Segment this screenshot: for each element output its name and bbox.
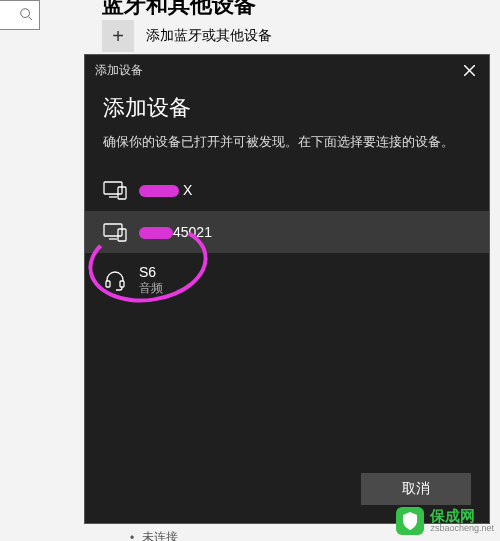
device-subtitle: 音频: [139, 281, 163, 297]
headset-icon: [103, 269, 127, 291]
device-item-0[interactable]: X: [85, 169, 489, 211]
device-name: X: [139, 181, 192, 199]
shield-icon: [396, 507, 424, 535]
dialog-subtext: 确保你的设备已打开并可被发现。在下面选择要连接的设备。: [103, 133, 471, 151]
page-title: 蓝牙和其他设备: [102, 0, 256, 20]
dialog-titlebar: 添加设备: [85, 55, 489, 85]
device-list: X 45021 S6: [85, 169, 489, 307]
watermark: 保成网 zsbaocheng.net: [396, 507, 494, 535]
watermark-url: zsbaocheng.net: [430, 524, 494, 534]
svg-rect-10: [106, 281, 110, 287]
device-item-2[interactable]: S6 音频: [85, 253, 489, 307]
redacted-text: [139, 227, 173, 239]
status-text: 未连接: [142, 529, 178, 541]
cancel-button[interactable]: 取消: [361, 473, 471, 505]
dialog-titlebar-text: 添加设备: [95, 62, 143, 79]
search-input[interactable]: [0, 0, 40, 30]
device-name: S6: [139, 263, 163, 281]
device-status: • 未连接: [130, 529, 178, 541]
display-icon: [103, 179, 127, 201]
display-icon: [103, 221, 127, 243]
svg-line-1: [29, 16, 33, 20]
watermark-brand: 保成网: [430, 508, 494, 525]
plus-icon: +: [102, 20, 134, 52]
svg-point-0: [21, 8, 30, 17]
svg-rect-7: [104, 224, 122, 236]
svg-rect-11: [120, 281, 124, 287]
device-name: 45021: [139, 223, 212, 241]
dialog-heading: 添加设备: [103, 93, 471, 123]
status-dot-icon: •: [130, 531, 134, 542]
redacted-text: [139, 185, 179, 197]
add-device-label: 添加蓝牙或其他设备: [146, 27, 272, 45]
device-item-1[interactable]: 45021: [85, 211, 489, 253]
search-icon: [19, 7, 33, 24]
svg-rect-4: [104, 182, 122, 194]
close-button[interactable]: [455, 56, 483, 84]
add-device-dialog: 添加设备 添加设备 确保你的设备已打开并可被发现。在下面选择要连接的设备。 X: [84, 54, 490, 524]
add-device-row[interactable]: + 添加蓝牙或其他设备: [102, 20, 272, 52]
